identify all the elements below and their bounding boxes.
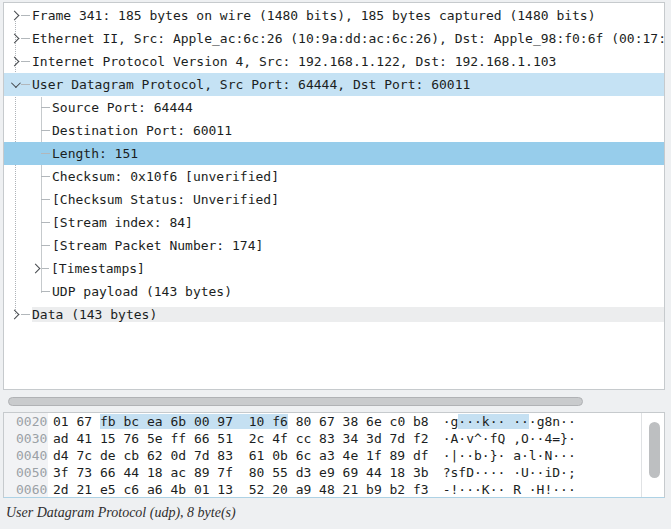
tree-row-udp-payload[interactable]: UDP payload (143 bytes) [4,280,664,303]
chevron-right-icon[interactable] [31,264,41,274]
tree-row-ipv4[interactable]: Internet Protocol Version 4, Src: 192.16… [4,50,664,73]
chevron-down-icon[interactable] [11,78,21,88]
status-selected-field-text: User Datagram Protocol (udp), 8 byte(s) [6,505,236,520]
tree-row-label: Source Port: 64444 [52,100,664,115]
ascii-bytes[interactable]: -!···K·· R ·H!··· [443,482,576,497]
tree-branch-line [21,84,30,85]
packet-details-pane: Frame 341: 185 bytes on wire (1480 bits)… [3,2,665,390]
tree-branch-line [41,130,50,131]
tree-row-udp-timestamps[interactable]: [Timestamps] [4,257,664,280]
chevron-right-icon[interactable] [10,310,20,320]
hex-offset-label: 0050 [4,464,48,481]
tree-row-udp-checksum-status[interactable]: [Checksum Status: Unverified] [4,188,664,211]
tree-row-label: Data (143 bytes) [32,307,664,322]
tree-branch-line [21,38,30,39]
tree-row-label: [Stream index: 84] [52,215,664,230]
vertical-scrollbar-thumb[interactable] [649,422,660,478]
tree-row-udp-checksum[interactable]: Checksum: 0x10f6 [unverified] [4,165,664,188]
tree-branch-line [41,245,50,246]
tree-row-udp-length[interactable]: Length: 151 [4,142,664,165]
hex-row[interactable]: 0040d4 7c de cb 62 0d 7d 83 61 0b 6c a3 … [4,447,664,464]
ascii-plain[interactable]: ·g8n·· [529,414,576,429]
ascii-plain[interactable]: ?sfD···· ·U··iD·; [443,465,576,480]
hex-offset-label: 0030 [4,430,48,447]
hex-bytes-plain[interactable]: d4 7c de cb 62 0d 7d 83 61 0b 6c a3 4e 1… [53,448,429,463]
ascii-plain[interactable]: ·A·v^·fQ ,O··4=}· [443,431,576,446]
hex-bytes[interactable]: ad 41 15 76 5e ff 66 51 2c 4f cc 83 34 3… [53,431,429,446]
chevron-right-icon[interactable] [10,57,20,67]
hex-bytes[interactable]: 01 67 fb bc ea 6b 00 97 10 f6 80 67 38 6… [53,414,429,429]
ascii-plain[interactable]: ·g [443,414,459,429]
ascii-plain[interactable]: ·|··b·}· a·l·N··· [443,448,576,463]
hex-bytes-plain[interactable]: 3f 73 66 44 18 ac 89 7f 80 55 d3 e9 69 4… [53,465,429,480]
horizontal-scrollbar-track[interactable] [3,390,665,412]
hex-row[interactable]: 00503f 73 66 44 18 ac 89 7f 80 55 d3 e9 … [4,464,664,481]
hex-bytes[interactable]: 2d 21 e5 c6 a6 4b 01 13 52 20 a9 48 21 b… [53,482,429,497]
status-bar: User Datagram Protocol (udp), 8 byte(s) [0,499,671,529]
hex-bytes-plain[interactable]: ad 41 15 76 5e ff 66 51 2c 4f cc 83 34 3… [53,431,429,446]
tree-branch-line [41,222,50,223]
tree-row-udp[interactable]: User Datagram Protocol, Src Port: 64444,… [4,73,664,96]
tree-row-label: Destination Port: 60011 [52,123,664,138]
ascii-bytes[interactable]: ·|··b·}· a·l·N··· [443,448,576,463]
hex-offset-label: 0020 [4,413,48,430]
tree-branch-line [42,268,49,269]
hex-pane-divider [641,413,642,497]
tree-branch-line [41,176,50,177]
hex-offset-label: 0060 [4,481,48,498]
tree-row-data[interactable]: Data (143 bytes) [4,303,664,326]
tree-row-label: [Timestamps] [51,261,664,276]
hex-bytes[interactable]: d4 7c de cb 62 0d 7d 83 61 0b 6c a3 4e 1… [53,448,429,463]
tree-row-label: Ethernet II, Src: Apple_ac:6c:26 (10:9a:… [32,31,664,46]
ascii-selected[interactable]: ···k·· ·· [458,414,528,429]
tree-branch-line [21,15,30,16]
tree-branch-line [41,107,50,108]
hex-row[interactable]: 0030ad 41 15 76 5e ff 66 51 2c 4f cc 83 … [4,430,664,447]
tree-row-udp-destination-port[interactable]: Destination Port: 60011 [4,119,664,142]
tree-row-ethernet[interactable]: Ethernet II, Src: Apple_ac:6c:26 (10:9a:… [4,27,664,50]
tree-row-label: Length: 151 [52,146,664,161]
tree-branch-line [21,61,30,62]
hex-row[interactable]: 00602d 21 e5 c6 a6 4b 01 13 52 20 a9 48 … [4,481,664,498]
ascii-bytes[interactable]: ?sfD···· ·U··iD·; [443,465,576,480]
tree-row-udp-source-port[interactable]: Source Port: 64444 [4,96,664,119]
tree-branch-line [41,291,50,292]
chevron-right-icon[interactable] [10,11,20,21]
packet-details-tree: Frame 341: 185 bytes on wire (1480 bits)… [4,3,664,326]
ascii-plain[interactable]: -!···K·· R ·H!··· [443,482,576,497]
horizontal-scrollbar-thumb[interactable] [8,397,583,406]
tree-row-label: [Stream Packet Number: 174] [52,238,664,253]
hex-offset-label: 0040 [4,447,48,464]
tree-row-udp-stream-packet-number[interactable]: [Stream Packet Number: 174] [4,234,664,257]
tree-row-label: Frame 341: 185 bytes on wire (1480 bits)… [32,8,664,23]
tree-branch-line [41,153,50,154]
tree-row-udp-stream-index[interactable]: [Stream index: 84] [4,211,664,234]
hex-bytes-plain[interactable]: 01 67 [53,414,100,429]
hex-bytes-plain[interactable]: 80 67 38 6e c0 b8 [288,414,429,429]
hex-bytes-plain[interactable]: 2d 21 e5 c6 a6 4b 01 13 52 20 a9 48 21 b… [53,482,429,497]
tree-branch-line [41,199,50,200]
tree-row-label: [Checksum Status: Unverified] [52,192,664,207]
hex-bytes-selected[interactable]: fb bc ea 6b 00 97 10 f6 [100,414,288,429]
tree-branch-line [21,314,30,315]
packet-bytes-pane[interactable]: 002001 67 fb bc ea 6b 00 97 10 f6 80 67 … [3,412,665,498]
hex-bytes[interactable]: 3f 73 66 44 18 ac 89 7f 80 55 d3 e9 69 4… [53,465,429,480]
tree-row-label: Checksum: 0x10f6 [unverified] [52,169,664,184]
ascii-bytes[interactable]: ·g···k·· ···g8n·· [443,414,576,429]
ascii-bytes[interactable]: ·A·v^·fQ ,O··4=}· [443,431,576,446]
hex-row[interactable]: 002001 67 fb bc ea 6b 00 97 10 f6 80 67 … [4,413,664,430]
chevron-right-icon[interactable] [10,34,20,44]
tree-row-label: User Datagram Protocol, Src Port: 64444,… [32,77,664,92]
tree-row-frame[interactable]: Frame 341: 185 bytes on wire (1480 bits)… [4,4,664,27]
tree-row-label: UDP payload (143 bytes) [52,284,664,299]
tree-row-label: Internet Protocol Version 4, Src: 192.16… [32,54,664,69]
